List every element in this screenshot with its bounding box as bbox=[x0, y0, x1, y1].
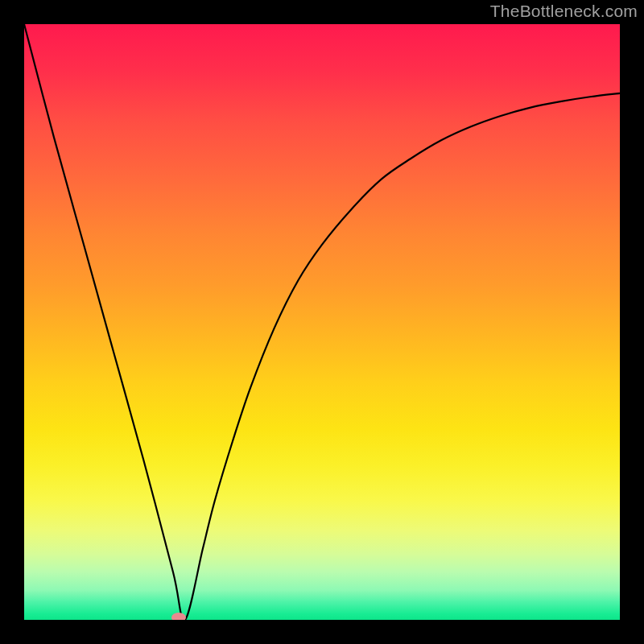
plot-area bbox=[24, 24, 620, 620]
bottleneck-curve bbox=[24, 24, 620, 620]
minimum-marker bbox=[171, 613, 186, 620]
watermark-label: TheBottleneck.com bbox=[490, 2, 638, 21]
chart-frame: TheBottleneck.com bbox=[0, 0, 644, 644]
